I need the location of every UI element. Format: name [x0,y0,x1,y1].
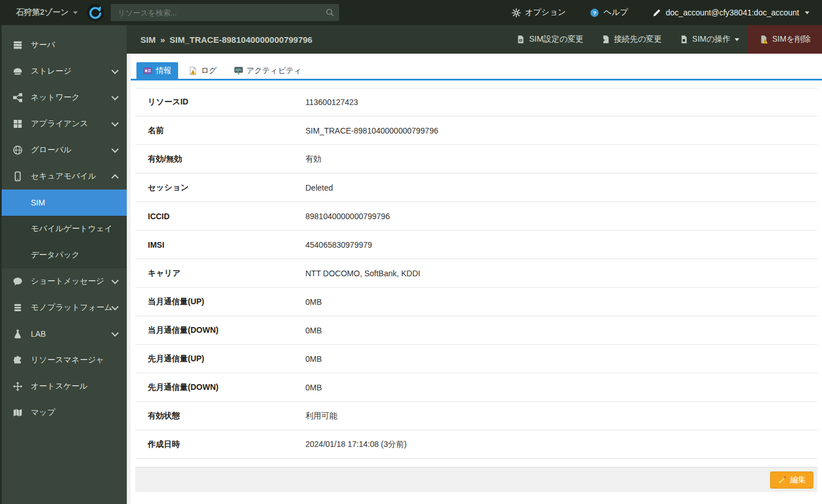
sidebar-item-server[interactable]: サーバ [0,32,127,58]
sidebar-item-storage[interactable]: ストレージ [0,58,127,84]
app-window: 石狩第2ゾーン オプション ? ヘルプ doc_account@cfy38041… [0,0,822,504]
mobile-icon [13,171,23,182]
chevron-icon [111,174,119,182]
appliance-icon [13,119,23,129]
breadcrumb-name: SIM_TRACE-8981040000000799796 [170,35,312,45]
tab-activity-icon [234,66,243,75]
chevron-icon [111,277,119,284]
table-row: 当月通信量(UP) 0MB [135,288,817,316]
server-icon [13,40,23,50]
sidebar-item-mobile-gateway[interactable]: モバイルゲートウェイ [0,216,127,242]
sms-icon [13,276,23,287]
help-button[interactable]: ? ヘルプ [586,7,631,18]
info-table: リソースID 113600127423 名前 SIM_TRACE-8981040… [131,80,822,459]
action-sim-delete[interactable]: SIMを削除 [748,25,822,54]
options-button[interactable]: オプション [508,7,570,18]
lab-icon [13,329,23,339]
chevron-down-icon [735,38,739,41]
help-icon: ? [590,8,599,18]
sim-delete-icon [759,35,768,44]
account-menu[interactable]: doc_account@cfy38041:doc_account [648,7,813,18]
table-row: リソースID 113600127423 [135,88,817,116]
tab-info-icon [143,66,152,75]
topbar: 石狩第2ゾーン オプション ? ヘルプ doc_account@cfy38041… [0,0,822,25]
action-connection-change[interactable]: 接続先の変更 [592,25,670,54]
action-sim-operations[interactable]: SIMの操作 [671,25,748,54]
topbar-right: オプション ? ヘルプ doc_account@cfy38041:doc_acc… [508,7,822,18]
storage-icon [13,66,23,76]
pencil-icon [777,475,787,485]
sidebar-item-data-pack[interactable]: データパック [0,242,127,268]
zone-label: 石狩第2ゾーン [16,7,68,18]
edit-label: 編集 [790,475,806,485]
table-row: 名前 SIM_TRACE-8981040000000799796 [135,116,817,145]
global-icon [13,145,23,155]
refresh-icon [87,14,104,23]
zone-selector[interactable]: 石狩第2ゾーン [0,0,86,25]
tab-bar: 情報 ログ アクティビティ [131,54,822,80]
table-row: IMSI 454065830979979 [135,231,817,259]
sidebar-item-network[interactable]: ネットワーク [0,84,127,111]
table-row: ICCID 8981040000000799796 [135,202,817,231]
search-input[interactable] [111,4,339,21]
chevron-icon [111,93,119,100]
search-box [111,4,339,21]
search-icon[interactable] [325,8,335,17]
sidebar: サーバ ストレージ ネットワーク アプライアンス グローバル セキュア [0,25,127,504]
breadcrumb: SIM » SIM_TRACE-8981040000000799796 [127,35,312,45]
scrollbar-track[interactable] [127,54,131,504]
sidebar-item-appliance[interactable]: アプライアンス [0,111,127,137]
gear-icon [511,8,521,18]
chevron-down-icon [805,11,809,14]
sidebar-item-mono-platform[interactable]: モノプラットフォーム [0,295,127,321]
autoscale-icon [13,381,23,392]
map-icon [13,408,23,418]
svg-text:?: ? [593,10,597,16]
sidebar-item-short-message[interactable]: ショートメッセージ [0,268,127,295]
sidebar-item-global[interactable]: グローバル [0,137,127,163]
tab-activity[interactable]: アクティビティ [227,62,309,79]
edit-button[interactable]: 編集 [770,471,813,489]
account-label: doc_account@cfy38041:doc_account [666,8,799,17]
connect-icon [601,35,610,44]
sim-settings-icon [516,35,525,44]
table-row: 先月通信量(DOWN) 0MB [135,373,817,402]
tab-log-icon [188,66,198,75]
tab-log[interactable]: ログ [182,62,224,79]
help-label: ヘルプ [603,7,628,18]
refresh-button[interactable] [87,4,104,21]
chevron-icon [111,329,119,337]
sidebar-item-resource-manager[interactable]: リソースマネージャ [0,347,127,373]
chevron-icon [111,146,119,153]
chevron-icon [111,119,119,127]
table-row: 有効状態 利用可能 [135,402,817,430]
table-row: キャリア NTT DOCOMO, SoftBank, KDDI [135,259,817,288]
options-label: オプション [525,7,566,18]
table-row: 先月通信量(UP) 0MB [135,345,817,373]
left-edge-strip [0,25,2,504]
table-row: 当月通信量(DOWN) 0MB [135,316,817,345]
footer-bar: 編集 [135,467,817,492]
sim-card-icon [679,35,688,44]
pen-icon [652,8,662,18]
sidebar-item-lab[interactable]: LAB [0,321,127,347]
network-icon [13,92,23,103]
sidebar-item-sim[interactable]: SIM [0,189,127,216]
sidebar-item-map[interactable]: マップ [0,400,127,426]
page-header: SIM » SIM_TRACE-8981040000000799796 SIM設… [127,25,822,54]
breadcrumb-separator: » [160,35,165,45]
breadcrumb-section[interactable]: SIM [140,35,156,45]
tab-info[interactable]: 情報 [136,62,178,79]
main-content: 情報 ログ アクティビティ リソースID 113600127423 名前 SIM… [131,54,822,504]
table-row: 有効/無効 有効 [135,145,817,174]
table-row: セッション Deleted [135,174,817,202]
chevron-icon [111,67,119,74]
sidebar-item-autoscale[interactable]: オートスケール [0,373,127,400]
header-actions: SIM設定の変更 接続先の変更 SIMの操作 SIMを削除 [507,25,822,54]
puzzle-icon [13,355,23,365]
chevron-icon [111,303,119,311]
mono-icon [13,303,23,313]
action-sim-settings[interactable]: SIM設定の変更 [507,25,592,54]
sidebar-item-secure-mobile[interactable]: セキュアモバイル [0,163,127,189]
table-row: 作成日時 2024/01/18 17:14:08 (3分前) [135,430,817,459]
